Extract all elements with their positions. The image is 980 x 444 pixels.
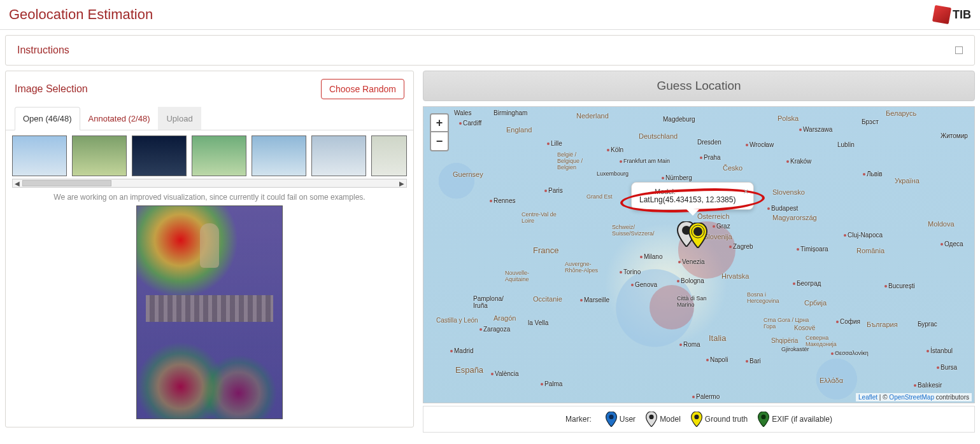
map-label: Северна Македонија [806,335,851,347]
zoom-control: + − [430,113,449,151]
osm-link[interactable]: OpenStreetMap [889,394,934,401]
map-label: Брэст [862,118,879,125]
map-label: Budapest [767,205,798,212]
choose-random-button[interactable]: Choose Random [321,79,404,99]
map-label: Luxembourg [597,170,628,177]
map-label: București [884,282,915,289]
map-label: Cluj-Napoca [844,232,883,239]
map-label: Shqipëria [771,337,798,344]
map-label: Auvergne- Rhône-Alpes [565,261,600,274]
map-label: Slovensko [772,188,805,196]
zoom-in-button[interactable]: + [431,114,448,132]
map-label: Slovenija [704,233,732,240]
map-label: Lublin [837,141,855,148]
thumbnail-strip [12,135,407,176]
ground-truth-pin-icon [691,412,702,427]
map-label: Česko [723,164,742,172]
map-label: Frankfurt am Main [620,158,670,164]
scrollbar-handle[interactable] [22,180,111,186]
legend-exif: EXIF (if available) [758,412,832,427]
thumbnail-scrollbar[interactable]: ◀ ▶ [12,179,407,188]
map-label: València [491,370,519,377]
heatmap-image [136,205,283,419]
map-label: la Vella [528,319,548,326]
scroll-left-arrow-icon[interactable]: ◀ [15,180,20,187]
leaflet-link[interactable]: Leaflet [858,394,877,401]
map-label: Paris [544,187,563,194]
map-label: Köln [607,146,623,153]
thumbnail[interactable] [311,135,366,176]
map-label: Polska [778,114,799,122]
map-label: Magdeburg [663,116,695,123]
map-label: Житомир [941,132,968,139]
thumbnail[interactable] [192,135,246,176]
thumbnail[interactable] [132,135,187,176]
zoom-out-button[interactable]: − [431,132,448,150]
expand-icon[interactable] [955,46,963,54]
map-label: Беларусь [886,109,916,117]
map-label: Одеса [941,240,963,247]
svg-point-1 [693,227,702,236]
tib-logo-text: TIB [953,8,971,22]
tab-annotated[interactable]: Annotated (2/48) [80,107,159,130]
map-label: Madrid [450,347,474,354]
popup-coords: LatLng(45.434153, 12.3385) [639,195,735,204]
map-label: Torino [620,268,641,275]
page-title: Geolocation Estimation [9,6,153,23]
map-label: Schweiz/ Suisse/Svizzera/ [612,224,660,237]
map-label: Rennes [490,197,515,204]
map-label: Milano [640,253,662,260]
map-label: Marseille [580,296,609,303]
map-label: Львів [863,170,883,177]
instructions-panel[interactable]: Instructions [5,35,975,66]
map-label: Centre-Val de Loire [522,211,557,224]
image-selection-title: Image Selection [15,83,88,95]
map-label: Birmingham [494,109,527,116]
map-label: België / Belgique / Belgien [557,151,595,170]
tab-open[interactable]: Open (46/48) [15,107,80,130]
popup-label: Model: [655,188,735,195]
thumbnail[interactable] [371,135,407,176]
scroll-right-arrow-icon[interactable]: ▶ [399,180,404,187]
tib-logo-icon [932,5,951,24]
map-label: İstanbul [927,347,953,354]
map-label: Zaragoza [479,326,510,333]
map-label: Palermo [692,393,720,400]
map-label: София [836,318,860,325]
thumbnail[interactable] [12,135,67,176]
map-label: Timișoara [797,246,828,253]
guess-location-button[interactable]: Guess Location [423,71,975,101]
map-label: Balıkesir [914,382,942,389]
legend-user: User [606,412,636,427]
tib-logo: TIB [934,6,971,23]
map-label: Österreich [697,212,730,220]
map-label: Wales [454,109,471,116]
map-label: Graz [713,223,730,230]
marker-ground-truth[interactable] [688,223,707,248]
legend-ground-truth: Ground truth [691,412,748,427]
map-label: Београд [793,280,821,287]
svg-point-5 [694,415,699,419]
map-label: Bologna [677,277,704,284]
map-label: Bosna i Hercegovina [747,291,792,304]
popup-close-icon[interactable]: × [743,186,748,197]
map-label: Warszawa [799,126,832,133]
tab-upload[interactable]: Upload [158,107,201,130]
marker-legend: Marker: User Model Ground truth EXIF (if… [423,406,975,433]
map-label: Roma [679,341,700,348]
map-label: Dresden [697,139,721,146]
map-label: Nederland [576,112,609,120]
map-label: Ελλάδα [820,377,843,384]
svg-point-6 [762,415,766,419]
thumbnail[interactable] [252,135,306,176]
map-label: Bari [746,357,761,364]
map-popup: × Model: LatLng(45.434153, 12.3385) [631,182,754,210]
map-label: Kraków [786,158,811,165]
map-label: Deutschland [639,132,678,140]
map[interactable]: + − Wales Birmingham Cardiff England Ned… [423,106,975,403]
svg-point-3 [609,415,613,419]
map-label: Pamplona/ Iruña [473,295,505,309]
map-label: Città di San Marino [677,295,712,308]
thumbnail[interactable] [72,135,127,176]
model-pin-icon [646,412,657,427]
